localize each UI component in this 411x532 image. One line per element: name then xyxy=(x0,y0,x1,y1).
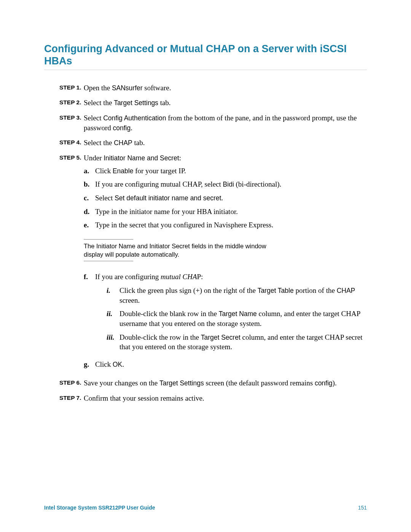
ui-term: Bidi xyxy=(223,181,234,188)
step-label: STEP 6. xyxy=(59,378,84,387)
step-body: Select Config Authentication from the bo… xyxy=(84,113,367,133)
substep-body: If you are configuring mutual CHAP: i. C… xyxy=(95,272,367,355)
substep-body: Click Enable for your target IP. xyxy=(95,166,367,176)
text: Select the xyxy=(84,99,114,107)
substep-e: e. Type in the secret that you configure… xyxy=(84,220,367,230)
step-6: STEP 6. Save your changes on the Target … xyxy=(59,378,367,388)
substep-body: Click OK. xyxy=(95,359,367,369)
substep-label: d. xyxy=(84,207,95,217)
text: for your target IP. xyxy=(133,167,186,175)
substep-body: Type in the secret that you configured i… xyxy=(95,220,367,230)
text: screen. xyxy=(119,296,140,304)
text: Click xyxy=(95,360,113,368)
roman-label: iii. xyxy=(107,332,119,342)
text: Open the xyxy=(84,84,112,92)
note-text: The Initiator Name and Initiator Secret … xyxy=(84,242,282,259)
page-footer: Intel Storage System SSR212PP User Guide… xyxy=(44,505,367,511)
roman-body: Click the green plus sign (+) on the rig… xyxy=(119,286,367,305)
roman-ii: ii. Double-click the blank row in the Ta… xyxy=(107,309,367,328)
text: screen (the default password remains xyxy=(204,379,315,387)
roman-label: i. xyxy=(107,286,119,296)
ui-term: Enable xyxy=(113,167,134,175)
note-rule-bottom xyxy=(84,261,133,261)
substep-a: a. Click Enable for your target IP. xyxy=(84,166,367,176)
text: P: xyxy=(197,273,203,281)
text: : xyxy=(179,154,181,162)
text: tab. xyxy=(158,99,171,107)
text: Select xyxy=(95,194,115,202)
ui-term: Initiator Name xyxy=(96,243,135,249)
roman-iii: iii. Double-click the row in the Target … xyxy=(107,332,367,352)
text: The xyxy=(84,243,96,249)
substep-label: e. xyxy=(84,220,95,230)
text: Double-click the blank row in the xyxy=(119,310,219,318)
ui-term: Target Table xyxy=(258,287,294,294)
text: If you are configuring xyxy=(95,273,161,281)
roman-list: i. Click the green plus sign (+) on the … xyxy=(107,286,367,352)
ui-term: Config Authentication xyxy=(103,114,166,122)
substep-body: If you are configuring mutual CHAP, sele… xyxy=(95,179,367,189)
text: Click xyxy=(95,167,113,175)
footer-title: Intel Storage System SSR212PP User Guide xyxy=(44,505,155,511)
step-body: Under Initiator Name and Secret: a. Clic… xyxy=(84,153,367,373)
ui-term: config xyxy=(113,124,131,132)
step-body: Select the Target Settings tab. xyxy=(84,98,367,108)
ui-term: Target Name xyxy=(219,310,257,318)
text: Select xyxy=(84,114,103,122)
step-body: Save your changes on the Target Settings… xyxy=(84,378,367,388)
step-label: STEP 2. xyxy=(59,98,84,107)
text: . xyxy=(122,360,124,368)
text: software. xyxy=(143,84,171,92)
steps-container: STEP 1. Open the SANsurfer software. STE… xyxy=(59,83,367,403)
footer-page-number: 151 xyxy=(358,505,367,511)
text: Save your changes on the xyxy=(84,379,159,387)
roman-i: i. Click the green plus sign (+) on the … xyxy=(107,286,367,305)
step-3: STEP 3. Select Config Authentication fro… xyxy=(59,113,367,133)
title-rule xyxy=(44,70,367,70)
text: Click the green plus sign (+) on the rig… xyxy=(119,286,258,294)
step-label: STEP 4. xyxy=(59,138,84,147)
ui-term: Initiator Name and Secret xyxy=(104,154,179,162)
text: Under xyxy=(84,154,104,162)
substep-b: b. If you are configuring mutual CHAP, s… xyxy=(84,179,367,189)
roman-body: Double-click the row in the Target Secre… xyxy=(119,332,367,352)
ui-term: Initiator Secret xyxy=(149,243,190,249)
step-5: STEP 5. Under Initiator Name and Secret:… xyxy=(59,153,367,373)
text: and xyxy=(135,243,150,249)
substep-c: c. Select Set default initiator name and… xyxy=(84,193,367,203)
ui-term: Set default initiator name and secret xyxy=(115,194,221,202)
text: tab. xyxy=(132,139,145,147)
text: (bi-directional). xyxy=(234,180,282,188)
ui-term: CHAP xyxy=(337,287,355,294)
italic-text: mutual CHA xyxy=(161,273,197,281)
ui-term: config xyxy=(315,379,333,387)
page-title: Configuring Advanced or Mutual CHAP on a… xyxy=(44,43,367,67)
text: . xyxy=(131,124,132,132)
step-body: Open the SANsurfer software. xyxy=(84,83,367,93)
step-4: STEP 4. Select the CHAP tab. xyxy=(59,138,367,148)
substep-body: Select Set default initiator name and se… xyxy=(95,193,367,203)
step-label: STEP 5. xyxy=(59,153,84,162)
substep-label: g. xyxy=(84,359,95,369)
step-body: Confirm that your session remains active… xyxy=(84,393,367,403)
roman-body: Double-click the blank row in the Target… xyxy=(119,309,367,328)
step-7: STEP 7. Confirm that your session remain… xyxy=(59,393,367,403)
text: Select the xyxy=(84,139,114,147)
step-label: STEP 3. xyxy=(59,113,84,122)
ui-term: OK xyxy=(113,361,122,368)
substep-label: f. xyxy=(84,272,95,282)
text: . xyxy=(221,194,223,202)
text: portion of the xyxy=(294,286,337,294)
step-label: STEP 1. xyxy=(59,83,84,92)
step-1: STEP 1. Open the SANsurfer software. xyxy=(59,83,367,93)
ui-term: Target Secret xyxy=(201,334,241,341)
ui-term: Target Settings xyxy=(114,99,158,107)
text: ). xyxy=(333,379,337,387)
ui-term: Target Settings xyxy=(159,379,204,387)
roman-label: ii. xyxy=(107,309,119,319)
substep-d: d. Type in the initiator name for your H… xyxy=(84,207,367,217)
substep-g: g. Click OK. xyxy=(84,359,367,369)
step-body: Select the CHAP tab. xyxy=(84,138,367,148)
substep-label: a. xyxy=(84,166,95,176)
substep-label: c. xyxy=(84,193,95,203)
